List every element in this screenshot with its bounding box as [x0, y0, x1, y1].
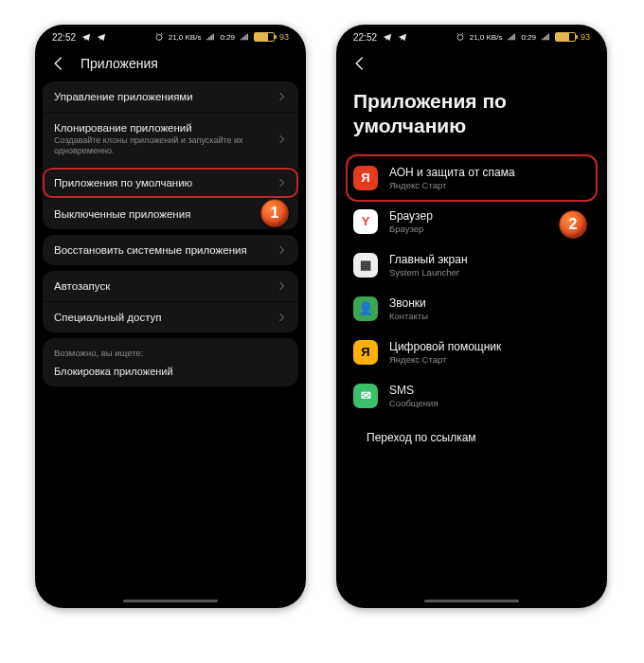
app-icon: 👤	[353, 296, 378, 321]
svg-point-0	[156, 35, 162, 41]
chevron-right-icon	[276, 280, 287, 292]
telegram-icon	[383, 32, 392, 42]
row-sub: Создавайте клоны приложений и запускайте…	[54, 135, 264, 157]
row-label: Клонирование приложений	[54, 122, 264, 134]
telegram-icon	[97, 32, 106, 42]
chevron-right-icon	[276, 177, 287, 188]
home-bar[interactable]	[424, 600, 519, 602]
row-sub: Яндекс Старт	[389, 354, 501, 365]
app-icon: Я	[353, 340, 378, 365]
hint-title: Возможно, вы ищете:	[54, 348, 287, 358]
app-icon: ▦	[353, 253, 378, 278]
hint-link[interactable]: Блокировка приложений	[54, 366, 287, 377]
step-badge-2: 2	[559, 210, 587, 239]
chevron-right-icon	[276, 134, 287, 145]
row-special-access[interactable]: Специальный доступ	[43, 301, 298, 332]
row-clone-apps[interactable]: Клонирование приложений Создавайте клоны…	[43, 112, 298, 167]
alarm-icon	[154, 32, 164, 42]
phone-right: 22:52 21,0 KB/s 0:29 93 Приложения по ум…	[336, 25, 607, 608]
settings-list: Управление приложениями Клонирование при…	[35, 81, 306, 396]
battery-text: 93	[581, 32, 590, 42]
header: Приложения	[35, 49, 306, 81]
row-label: Управление приложениями	[54, 91, 264, 102]
battery-text: 93	[279, 32, 289, 42]
app-icon: Я	[353, 166, 378, 190]
status-time: 22:52	[353, 32, 377, 43]
row-calls[interactable]: 👤 Звонки Контакты	[348, 287, 596, 331]
row-label: Приложения по умолчанию	[54, 177, 264, 188]
header	[336, 49, 607, 81]
row-title: Звонки	[389, 296, 428, 310]
telegram-icon	[398, 32, 407, 42]
chevron-right-icon	[276, 312, 287, 323]
telegram-icon	[81, 32, 91, 42]
page-title: Приложения	[80, 56, 158, 71]
battery-icon	[254, 32, 275, 42]
signal-icon	[507, 32, 516, 42]
row-title: АОН и защита от спама	[389, 166, 515, 179]
row-autostart[interactable]: Автозапуск	[43, 271, 298, 301]
signal-icon	[206, 32, 215, 42]
row-home[interactable]: ▦ Главный экран System Launcher	[348, 243, 596, 287]
chevron-right-icon	[276, 91, 287, 102]
row-title: Главный экран	[389, 253, 468, 266]
row-sub: Браузер	[389, 224, 433, 234]
phone-left: 22:52 21,0 KB/s 0:29 93 Приложения Управ…	[35, 25, 306, 608]
status-net: 21,0 KB/s	[470, 33, 503, 42]
row-caller-id[interactable]: Я АОН и защита от спама Яндекс Старт	[348, 156, 596, 200]
back-icon[interactable]	[351, 55, 368, 72]
row-sub: Контакты	[389, 311, 428, 321]
status-bar: 22:52 21,0 KB/s 0:29 93	[336, 25, 607, 49]
chevron-right-icon	[276, 244, 287, 256]
signal-icon	[541, 32, 550, 42]
row-manage-apps[interactable]: Управление приложениями	[43, 81, 298, 112]
status-small-clock: 0:29	[521, 33, 536, 42]
settings-group: Восстановить системные приложения	[43, 235, 298, 265]
row-title: Цифровой помощник	[389, 340, 501, 353]
status-net: 21,0 KB/s	[169, 33, 202, 42]
default-apps-list: Я АОН и защита от спама Яндекс Старт Y Б…	[336, 156, 607, 457]
svg-point-1	[457, 35, 463, 41]
status-time: 22:52	[52, 32, 76, 43]
row-label: Специальный доступ	[54, 312, 264, 323]
settings-group: Управление приложениями Клонирование при…	[43, 81, 298, 229]
row-sub: Сообщения	[389, 398, 438, 408]
row-default-apps[interactable]: Приложения по умолчанию	[43, 167, 298, 198]
back-icon[interactable]	[50, 55, 67, 72]
row-sub: Яндекс Старт	[389, 180, 515, 190]
step-badge-1: 1	[260, 199, 289, 227]
settings-group: Автозапуск Специальный доступ	[43, 271, 298, 332]
row-sub: System Launcher	[389, 267, 468, 278]
status-bar: 22:52 21,0 KB/s 0:29 93	[35, 25, 306, 49]
app-icon: ✉	[353, 384, 378, 408]
app-icon: Y	[353, 209, 378, 234]
battery-icon	[555, 32, 576, 42]
row-sms[interactable]: ✉ SMS Сообщения	[348, 374, 596, 418]
status-small-clock: 0:29	[220, 33, 235, 42]
signal-icon	[240, 32, 249, 42]
row-assistant[interactable]: Я Цифровой помощник Яндекс Старт	[348, 331, 596, 374]
row-label: Выключенные приложения	[54, 208, 264, 220]
row-title: SMS	[389, 384, 438, 397]
alarm-icon	[456, 32, 465, 42]
row-label: Восстановить системные приложения	[54, 244, 264, 256]
row-label: Автозапуск	[54, 280, 264, 292]
row-title: Браузер	[389, 209, 433, 223]
home-bar[interactable]	[123, 600, 218, 602]
row-open-links[interactable]: Переход по ссылкам	[348, 418, 596, 457]
row-restore-system[interactable]: Восстановить системные приложения	[43, 235, 298, 265]
page-title: Приложения по умолчанию	[336, 81, 607, 156]
hint-group: Возможно, вы ищете: Блокировка приложени…	[43, 338, 298, 386]
